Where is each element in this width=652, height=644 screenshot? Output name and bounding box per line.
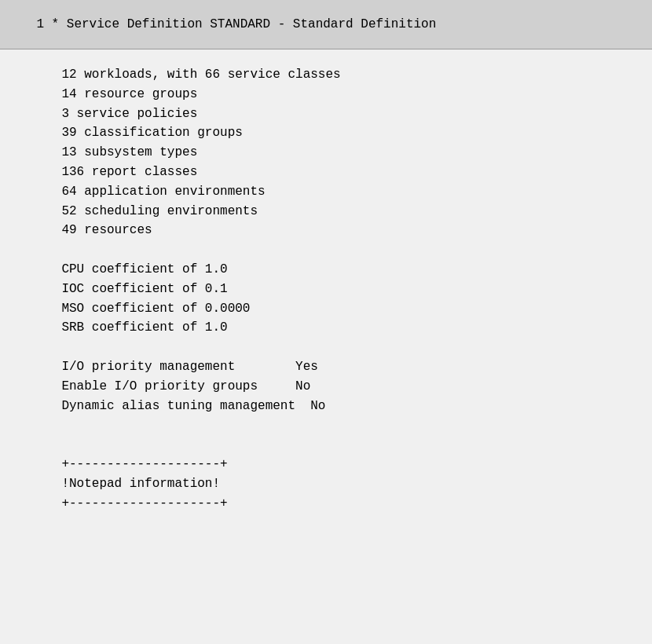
stat-line-7: 64 application environments — [31, 182, 621, 202]
stat-line-1: 12 workloads, with 66 service classes — [31, 65, 621, 85]
priority-line-2: Enable I/O priority groups No — [31, 377, 621, 397]
content-area: 12 workloads, with 66 service classes 14… — [0, 49, 652, 529]
stat-line-8: 52 scheduling environments — [31, 202, 621, 221]
priority-line-3: Dynamic alias tuning management No — [31, 397, 621, 416]
gap-4 — [31, 435, 621, 455]
priority-line-1: I/O priority management Yes — [31, 357, 621, 377]
coeff-line-2: IOC coefficient of 0.1 — [31, 280, 621, 299]
stat-line-4: 39 classification groups — [31, 123, 621, 143]
notepad-top: +--------------------+ — [31, 455, 621, 474]
gap-3 — [31, 415, 621, 435]
stat-line-3: 3 service policies — [31, 104, 621, 124]
coeff-line-1: CPU coefficient of 1.0 — [31, 260, 621, 280]
stat-line-2: 14 resource groups — [31, 85, 621, 104]
header-text: 1 * Service Definition STANDARD - Standa… — [36, 17, 436, 31]
stat-line-6: 136 report classes — [31, 163, 621, 182]
notepad-text: !Notepad information! — [31, 474, 621, 494]
terminal-container: 1 * Service Definition STANDARD - Standa… — [0, 0, 652, 644]
coeff-line-4: SRB coefficient of 1.0 — [31, 318, 621, 338]
coeff-line-3: MSO coefficient of 0.0000 — [31, 299, 621, 319]
stat-line-9: 49 resources — [31, 221, 621, 240]
gap-1 — [31, 240, 621, 260]
header-bar: 1 * Service Definition STANDARD - Standa… — [0, 0, 652, 49]
stat-line-5: 13 subsystem types — [31, 143, 621, 163]
gap-2 — [31, 338, 621, 357]
notepad-bottom: +--------------------+ — [31, 494, 621, 514]
